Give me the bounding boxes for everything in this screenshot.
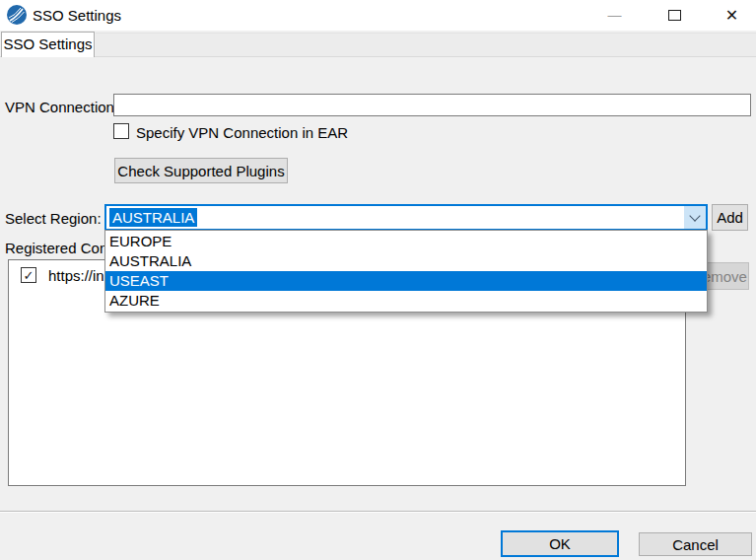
region-selected-value: AUSTRALIA — [109, 208, 197, 227]
add-button[interactable]: Add — [712, 204, 748, 231]
connection-url: https://in — [48, 267, 104, 284]
minimize-icon: — — [608, 7, 622, 23]
maximize-button[interactable] — [653, 0, 697, 30]
combobox-dropdown-button[interactable] — [684, 206, 706, 229]
close-icon: ✕ — [725, 6, 738, 25]
tab-strip-divider — [0, 56, 756, 57]
close-button[interactable]: ✕ — [710, 0, 754, 30]
tab-strip-filler — [96, 33, 756, 56]
tab-sso-settings[interactable]: SSO Settings — [1, 32, 95, 57]
tab-strip: SSO Settings — [0, 31, 756, 57]
connection-checkbox[interactable]: ✓ — [21, 267, 36, 283]
chevron-down-icon — [689, 210, 700, 221]
dropdown-option-useast[interactable]: USEAST — [105, 271, 707, 291]
dropdown-option-europe[interactable]: EUROPE — [105, 232, 707, 251]
maximize-icon — [668, 10, 681, 21]
app-logo-icon — [7, 5, 27, 25]
region-combobox[interactable]: AUSTRALIA — [104, 204, 708, 231]
minimize-button[interactable]: — — [592, 0, 637, 30]
checkmark-icon: ✓ — [24, 268, 34, 283]
ear-checkbox-label: Specify VPN Connection in EAR — [136, 124, 348, 141]
window-title: SSO Settings — [33, 0, 121, 31]
title-bar: SSO Settings — ✕ — [0, 0, 756, 31]
select-region-label: Select Region: — [5, 210, 102, 227]
footer-divider — [0, 511, 756, 513]
vpn-connection-input[interactable] — [113, 94, 751, 116]
dropdown-option-azure[interactable]: AZURE — [105, 291, 707, 311]
ok-button[interactable]: OK — [501, 530, 619, 557]
cancel-button[interactable]: Cancel — [639, 532, 752, 556]
dropdown-option-australia[interactable]: AUSTRALIA — [105, 251, 707, 271]
check-supported-plugins-button[interactable]: Check Supported Plugins — [114, 158, 288, 183]
vpn-connection-label: VPN Connection: — [5, 99, 118, 115]
region-dropdown-list: EUROPE AUSTRALIA USEAST AZURE — [104, 230, 708, 313]
ear-checkbox[interactable] — [113, 123, 129, 139]
